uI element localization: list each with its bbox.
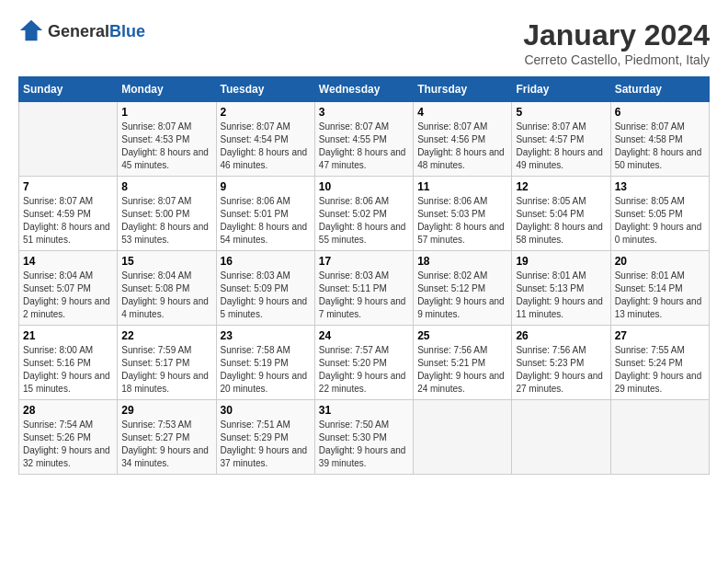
- calendar-cell: 11Sunrise: 8:06 AMSunset: 5:03 PMDayligh…: [414, 177, 512, 251]
- day-info: Sunrise: 8:07 AMSunset: 4:54 PMDaylight:…: [221, 121, 311, 172]
- calendar-cell: [19, 102, 118, 177]
- calendar-cell: 4Sunrise: 8:07 AMSunset: 4:56 PMDaylight…: [414, 102, 512, 177]
- calendar-cell: 26Sunrise: 7:56 AMSunset: 5:23 PMDayligh…: [512, 326, 610, 400]
- calendar-cell: 19Sunrise: 8:01 AMSunset: 5:13 PMDayligh…: [512, 251, 610, 326]
- calendar-cell: [414, 400, 512, 475]
- calendar-cell: 14Sunrise: 8:04 AMSunset: 5:07 PMDayligh…: [19, 251, 118, 326]
- day-number: 18: [417, 255, 507, 268]
- column-header-tuesday: Tuesday: [216, 77, 314, 102]
- day-number: 15: [121, 255, 211, 268]
- day-number: 31: [319, 404, 409, 417]
- day-number: 17: [319, 255, 409, 268]
- day-info: Sunrise: 7:58 AMSunset: 5:19 PMDaylight:…: [221, 344, 311, 396]
- calendar-cell: [512, 400, 610, 475]
- day-number: 29: [121, 404, 211, 417]
- svg-marker-0: [20, 20, 42, 40]
- day-number: 11: [417, 180, 507, 193]
- day-info: Sunrise: 8:07 AMSunset: 4:55 PMDaylight:…: [319, 121, 409, 172]
- day-number: 26: [516, 329, 606, 342]
- day-number: 20: [615, 255, 705, 268]
- day-number: 8: [121, 180, 211, 193]
- day-info: Sunrise: 7:56 AMSunset: 5:21 PMDaylight:…: [417, 344, 507, 396]
- calendar-cell: 27Sunrise: 7:55 AMSunset: 5:24 PMDayligh…: [610, 326, 709, 400]
- calendar-cell: 22Sunrise: 7:59 AMSunset: 5:17 PMDayligh…: [118, 326, 216, 400]
- day-number: 9: [221, 180, 311, 193]
- day-number: 27: [615, 329, 705, 342]
- day-info: Sunrise: 7:50 AMSunset: 5:30 PMDaylight:…: [319, 419, 409, 470]
- calendar-cell: 24Sunrise: 7:57 AMSunset: 5:20 PMDayligh…: [314, 326, 413, 400]
- calendar-cell: 20Sunrise: 8:01 AMSunset: 5:14 PMDayligh…: [610, 251, 709, 326]
- day-number: 4: [417, 106, 507, 119]
- day-info: Sunrise: 8:00 AMSunset: 5:16 PMDaylight:…: [23, 344, 113, 396]
- day-info: Sunrise: 8:07 AMSunset: 4:59 PMDaylight:…: [23, 195, 113, 247]
- calendar-cell: 1Sunrise: 8:07 AMSunset: 4:53 PMDaylight…: [118, 102, 216, 177]
- day-number: 5: [516, 106, 606, 119]
- column-header-monday: Monday: [118, 77, 216, 102]
- day-info: Sunrise: 8:07 AMSunset: 4:56 PMDaylight:…: [417, 121, 507, 172]
- calendar-cell: 15Sunrise: 8:04 AMSunset: 5:08 PMDayligh…: [118, 251, 216, 326]
- column-header-friday: Friday: [512, 77, 610, 102]
- calendar-cell: 6Sunrise: 8:07 AMSunset: 4:58 PMDaylight…: [610, 102, 709, 177]
- day-info: Sunrise: 8:06 AMSunset: 5:01 PMDaylight:…: [221, 195, 311, 247]
- day-number: 19: [516, 255, 606, 268]
- day-info: Sunrise: 7:51 AMSunset: 5:29 PMDaylight:…: [221, 419, 311, 470]
- day-number: 10: [319, 180, 409, 193]
- day-number: 13: [615, 180, 705, 193]
- calendar-cell: 12Sunrise: 8:05 AMSunset: 5:04 PMDayligh…: [512, 177, 610, 251]
- calendar-cell: 10Sunrise: 8:06 AMSunset: 5:02 PMDayligh…: [314, 177, 413, 251]
- day-info: Sunrise: 8:06 AMSunset: 5:03 PMDaylight:…: [417, 195, 507, 247]
- column-header-sunday: Sunday: [19, 77, 118, 102]
- calendar-cell: 31Sunrise: 7:50 AMSunset: 5:30 PMDayligh…: [314, 400, 413, 475]
- column-header-wednesday: Wednesday: [314, 77, 413, 102]
- day-info: Sunrise: 8:07 AMSunset: 4:57 PMDaylight:…: [516, 121, 606, 172]
- day-info: Sunrise: 8:05 AMSunset: 5:04 PMDaylight:…: [516, 195, 606, 247]
- day-number: 22: [121, 329, 211, 342]
- column-header-thursday: Thursday: [414, 77, 512, 102]
- column-header-saturday: Saturday: [610, 77, 709, 102]
- day-info: Sunrise: 7:57 AMSunset: 5:20 PMDaylight:…: [319, 344, 409, 396]
- calendar-cell: [610, 400, 709, 475]
- calendar-week-row: 21Sunrise: 8:00 AMSunset: 5:16 PMDayligh…: [19, 326, 710, 400]
- day-number: 21: [23, 329, 113, 342]
- day-info: Sunrise: 8:02 AMSunset: 5:12 PMDaylight:…: [417, 270, 507, 321]
- calendar-header-row: SundayMondayTuesdayWednesdayThursdayFrid…: [19, 77, 710, 102]
- calendar-cell: 9Sunrise: 8:06 AMSunset: 5:01 PMDaylight…: [216, 177, 314, 251]
- day-number: 23: [221, 329, 311, 342]
- day-number: 3: [319, 106, 409, 119]
- day-info: Sunrise: 8:03 AMSunset: 5:11 PMDaylight:…: [319, 270, 409, 321]
- day-info: Sunrise: 8:04 AMSunset: 5:08 PMDaylight:…: [121, 270, 211, 321]
- day-info: Sunrise: 8:07 AMSunset: 5:00 PMDaylight:…: [121, 195, 211, 247]
- logo-general-text: General: [48, 22, 109, 40]
- calendar-cell: 7Sunrise: 8:07 AMSunset: 4:59 PMDaylight…: [19, 177, 118, 251]
- day-info: Sunrise: 7:56 AMSunset: 5:23 PMDaylight:…: [516, 344, 606, 396]
- calendar-cell: 17Sunrise: 8:03 AMSunset: 5:11 PMDayligh…: [314, 251, 413, 326]
- title-area: January 2024 Cerreto Castello, Piedmont,…: [523, 18, 710, 67]
- calendar-week-row: 1Sunrise: 8:07 AMSunset: 4:53 PMDaylight…: [19, 102, 710, 177]
- day-number: 2: [221, 106, 311, 119]
- calendar-cell: 21Sunrise: 8:00 AMSunset: 5:16 PMDayligh…: [19, 326, 118, 400]
- logo: GeneralBlue: [18, 18, 145, 44]
- day-number: 16: [221, 255, 311, 268]
- logo-icon: [18, 18, 44, 44]
- day-info: Sunrise: 8:01 AMSunset: 5:13 PMDaylight:…: [516, 270, 606, 321]
- calendar-cell: 29Sunrise: 7:53 AMSunset: 5:27 PMDayligh…: [118, 400, 216, 475]
- day-info: Sunrise: 7:59 AMSunset: 5:17 PMDaylight:…: [121, 344, 211, 396]
- day-number: 1: [121, 106, 211, 119]
- calendar-cell: 5Sunrise: 8:07 AMSunset: 4:57 PMDaylight…: [512, 102, 610, 177]
- calendar-cell: 25Sunrise: 7:56 AMSunset: 5:21 PMDayligh…: [414, 326, 512, 400]
- day-number: 6: [615, 106, 705, 119]
- calendar-cell: 3Sunrise: 8:07 AMSunset: 4:55 PMDaylight…: [314, 102, 413, 177]
- day-info: Sunrise: 8:04 AMSunset: 5:07 PMDaylight:…: [23, 270, 113, 321]
- calendar-table: SundayMondayTuesdayWednesdayThursdayFrid…: [18, 76, 710, 475]
- day-info: Sunrise: 7:54 AMSunset: 5:26 PMDaylight:…: [23, 419, 113, 470]
- day-info: Sunrise: 7:53 AMSunset: 5:27 PMDaylight:…: [121, 419, 211, 470]
- calendar-cell: 28Sunrise: 7:54 AMSunset: 5:26 PMDayligh…: [19, 400, 118, 475]
- day-info: Sunrise: 8:01 AMSunset: 5:14 PMDaylight:…: [615, 270, 705, 321]
- day-info: Sunrise: 8:03 AMSunset: 5:09 PMDaylight:…: [221, 270, 311, 321]
- calendar-cell: 16Sunrise: 8:03 AMSunset: 5:09 PMDayligh…: [216, 251, 314, 326]
- calendar-cell: 2Sunrise: 8:07 AMSunset: 4:54 PMDaylight…: [216, 102, 314, 177]
- day-number: 7: [23, 180, 113, 193]
- day-number: 24: [319, 329, 409, 342]
- day-info: Sunrise: 8:07 AMSunset: 4:58 PMDaylight:…: [615, 121, 705, 172]
- calendar-cell: 8Sunrise: 8:07 AMSunset: 5:00 PMDaylight…: [118, 177, 216, 251]
